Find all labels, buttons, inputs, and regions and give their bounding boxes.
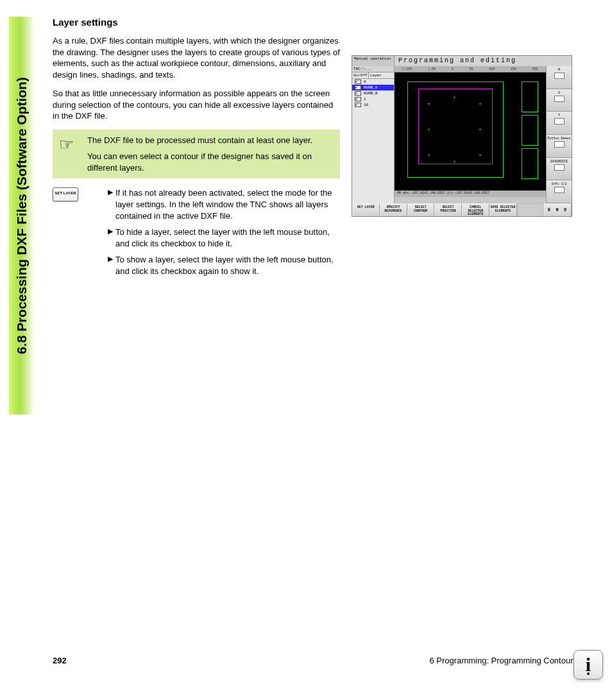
intro-paragraph-1: As a rule, DXF files contain multiple la… (53, 35, 340, 80)
sc-right-button[interactable]: Info 1/2 (547, 180, 572, 203)
sc-layer-checkbox[interactable] (355, 80, 361, 84)
sc-layer-checkbox[interactable] (355, 97, 361, 101)
sc-right-button[interactable]: S (547, 89, 572, 112)
sc-right-button[interactable]: T (547, 112, 572, 135)
section-tab: 6.8 Processing DXF Files (Software Optio… (9, 17, 35, 414)
sc-layer-name: NURB_K (364, 85, 393, 90)
sc-softkey (517, 203, 545, 217)
instruction-list: ▶ If it has not already been activated, … (108, 187, 340, 282)
sc-layer-checkbox[interactable] (355, 91, 361, 96)
section-tab-label: 6.8 Processing DXF Files (Software Optio… (14, 77, 30, 354)
sc-header-onoff: On/Off (352, 73, 369, 78)
sc-softkey[interactable]: E N D (544, 203, 572, 217)
tnc-screenshot: Manual operation Programming and editing… (352, 55, 572, 217)
softkey-set-layer[interactable]: SET LAYER (53, 187, 78, 201)
sc-layer-checkbox[interactable] (355, 85, 361, 90)
note-hand-icon: ☞ (59, 135, 74, 154)
bullet-arrow-icon: ▶ (108, 226, 115, 249)
sc-path: TNC:\... (352, 66, 394, 73)
sc-ruler: |-100|-50050100150200 (395, 66, 546, 73)
sc-layer-row[interactable]: NURB_B (352, 90, 394, 96)
sc-mode-label: Manual operation (352, 56, 395, 66)
sc-status-bar: MM abs -107.0142 140.0327 (r) -107.0142 … (395, 191, 546, 197)
sc-right-toolbar: MSTPython DemosDIAGNOSISInfo 1/2 (546, 66, 572, 203)
sc-header-layer: Layer (369, 73, 394, 78)
sc-layer-panel: TNC:\... On/Off Layer 0NURB_KNURB_B116 (352, 66, 395, 203)
page-number: 292 (53, 656, 67, 665)
instruction-2: To hide a layer, select the layer with t… (115, 226, 340, 249)
sc-cad-side-view (522, 81, 538, 178)
sc-softkey[interactable]: SAVE SELECTED ELEMENTS (489, 203, 517, 217)
sc-cad-area: ✦ ✦ ✦ ✦ ✦ ✦ ✦ ✦ MM abs -107.0142 140.032… (395, 73, 546, 197)
intro-paragraph-2: So that as little unnecessary informatio… (53, 88, 340, 122)
sc-cad-viewport: |-100|-50050100150200 ✦ ✦ ✦ ✦ ✦ ✦ ✦ ✦ MM… (395, 66, 546, 203)
note-line-2: You can even select a contour if the des… (87, 151, 334, 173)
sc-softkey[interactable]: SPECIFY REFERENCE (380, 203, 407, 217)
heading-layer-settings: Layer settings (53, 17, 340, 28)
sc-softkey[interactable]: CANCEL SELECTED ELEMENTS (462, 203, 489, 217)
page-footer: 292 6 Programming: Programming Contours (53, 656, 585, 665)
sc-softkey[interactable]: SET LAYER (352, 203, 380, 217)
sc-softkey-bar: SET LAYERSPECIFY REFERENCESELECT CONTOUR… (352, 203, 572, 217)
instruction-3: To show a layer, select the layer with t… (115, 254, 340, 277)
sc-layer-name: NURB_B (364, 91, 393, 96)
note-callout: ☞ The DXF file to be processed must cont… (53, 130, 340, 179)
sc-layer-row[interactable]: NURB_K (352, 85, 394, 90)
sc-right-button[interactable]: DIAGNOSIS (547, 158, 572, 181)
sc-layer-row[interactable]: 0 (352, 79, 394, 85)
sc-softkey[interactable]: SELECT CONTOUR (407, 203, 435, 217)
instruction-1: If it has not already been activated, se… (115, 187, 340, 221)
main-content: Layer settings As a rule, DXF files cont… (53, 17, 340, 282)
bullet-arrow-icon: ▶ (108, 254, 115, 277)
sc-title: Programming and editing (395, 56, 572, 66)
sc-layer-name: 1 (364, 97, 393, 101)
sc-layer-checkbox[interactable] (355, 103, 361, 107)
sc-right-button[interactable]: Python Demos (547, 135, 572, 158)
sc-right-button[interactable]: M (547, 66, 572, 89)
sc-cad-part: ✦ ✦ ✦ ✦ ✦ ✦ ✦ ✦ (407, 81, 504, 178)
sc-layer-name: 16 (364, 103, 393, 107)
bullet-arrow-icon: ▶ (108, 187, 115, 221)
info-button[interactable]: i (574, 650, 603, 679)
chapter-label: 6 Programming: Programming Contours (67, 656, 585, 665)
sc-layer-row[interactable]: 1 (352, 96, 394, 102)
sc-softkey[interactable]: SELECT POSITION (434, 203, 462, 217)
sc-layer-name: 0 (364, 80, 393, 84)
sc-layer-row[interactable]: 16 (352, 102, 394, 108)
note-line-1: The DXF file to be processed must contai… (87, 135, 334, 146)
